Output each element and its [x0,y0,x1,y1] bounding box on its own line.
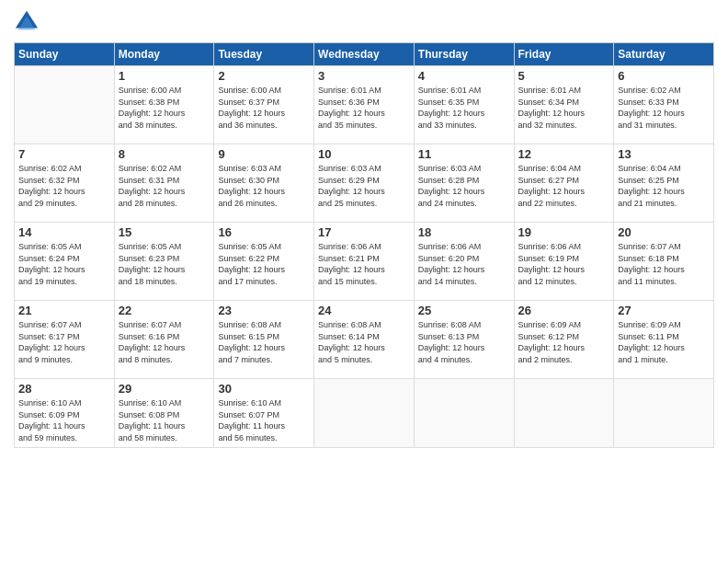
calendar-cell: 16Sunrise: 6:05 AM Sunset: 6:22 PM Dayli… [214,223,314,301]
day-info: Sunrise: 6:02 AM Sunset: 6:31 PM Dayligh… [119,163,210,209]
day-header: Wednesday [314,43,415,66]
calendar-cell [314,379,415,448]
day-number: 9 [218,147,310,161]
day-info: Sunrise: 6:06 AM Sunset: 6:21 PM Dayligh… [318,241,410,287]
day-number: 25 [418,304,510,317]
day-info: Sunrise: 6:02 AM Sunset: 6:32 PM Dayligh… [18,163,110,209]
day-number: 13 [618,147,710,161]
calendar-cell: 3Sunrise: 6:01 AM Sunset: 6:36 PM Daylig… [314,66,415,144]
day-info: Sunrise: 6:04 AM Sunset: 6:25 PM Dayligh… [618,163,710,209]
day-number: 18 [418,225,510,239]
day-header: Tuesday [214,43,314,66]
day-number: 7 [18,147,110,161]
calendar-cell: 24Sunrise: 6:08 AM Sunset: 6:14 PM Dayli… [314,301,415,379]
day-info: Sunrise: 6:01 AM Sunset: 6:35 PM Dayligh… [418,85,510,131]
calendar-cell: 25Sunrise: 6:08 AM Sunset: 6:13 PM Dayli… [414,301,514,379]
day-info: Sunrise: 6:06 AM Sunset: 6:19 PM Dayligh… [518,241,610,287]
calendar-week-row: 28Sunrise: 6:10 AM Sunset: 6:09 PM Dayli… [15,379,714,448]
day-info: Sunrise: 6:10 AM Sunset: 6:07 PM Dayligh… [218,397,310,443]
calendar-cell: 12Sunrise: 6:04 AM Sunset: 6:27 PM Dayli… [514,144,614,223]
day-info: Sunrise: 6:05 AM Sunset: 6:24 PM Dayligh… [18,241,110,287]
logo [14,9,43,35]
day-number: 8 [119,147,210,161]
calendar-cell [614,379,714,448]
calendar-cell: 26Sunrise: 6:09 AM Sunset: 6:12 PM Dayli… [514,301,614,379]
day-number: 21 [18,304,110,317]
calendar-cell: 4Sunrise: 6:01 AM Sunset: 6:35 PM Daylig… [414,66,514,144]
calendar-cell: 17Sunrise: 6:06 AM Sunset: 6:21 PM Dayli… [314,223,415,301]
calendar-cell [514,379,614,448]
day-number: 6 [618,69,710,83]
calendar-cell: 27Sunrise: 6:09 AM Sunset: 6:11 PM Dayli… [614,301,714,379]
calendar-cell: 19Sunrise: 6:06 AM Sunset: 6:19 PM Dayli… [514,223,614,301]
calendar-cell: 22Sunrise: 6:07 AM Sunset: 6:16 PM Dayli… [114,301,214,379]
day-info: Sunrise: 6:05 AM Sunset: 6:23 PM Dayligh… [119,241,210,287]
day-info: Sunrise: 6:01 AM Sunset: 6:34 PM Dayligh… [518,85,610,131]
day-header: Friday [514,43,614,66]
day-number: 11 [418,147,510,161]
day-info: Sunrise: 6:09 AM Sunset: 6:12 PM Dayligh… [518,319,610,365]
day-header: Thursday [414,43,514,66]
calendar-cell: 13Sunrise: 6:04 AM Sunset: 6:25 PM Dayli… [614,144,714,223]
calendar-week-row: 1Sunrise: 6:00 AM Sunset: 6:38 PM Daylig… [15,66,714,144]
day-number: 10 [318,147,410,161]
day-info: Sunrise: 6:00 AM Sunset: 6:37 PM Dayligh… [218,85,310,131]
day-number: 20 [618,225,710,239]
day-number: 29 [119,382,210,396]
calendar-cell [414,379,514,448]
day-info: Sunrise: 6:09 AM Sunset: 6:11 PM Dayligh… [618,319,710,365]
day-number: 3 [318,69,410,83]
logo-icon [14,9,40,35]
day-number: 22 [119,304,210,317]
calendar: SundayMondayTuesdayWednesdayThursdayFrid… [14,42,714,448]
day-info: Sunrise: 6:07 AM Sunset: 6:18 PM Dayligh… [618,241,710,287]
day-info: Sunrise: 6:07 AM Sunset: 6:16 PM Dayligh… [119,319,210,365]
page: SundayMondayTuesdayWednesdayThursdayFrid… [0,0,728,563]
calendar-cell: 15Sunrise: 6:05 AM Sunset: 6:23 PM Dayli… [114,223,214,301]
day-info: Sunrise: 6:08 AM Sunset: 6:14 PM Dayligh… [318,319,410,365]
day-info: Sunrise: 6:01 AM Sunset: 6:36 PM Dayligh… [318,85,410,131]
calendar-cell [15,66,115,144]
day-number: 4 [418,69,510,83]
calendar-cell: 8Sunrise: 6:02 AM Sunset: 6:31 PM Daylig… [114,144,214,223]
calendar-cell: 5Sunrise: 6:01 AM Sunset: 6:34 PM Daylig… [514,66,614,144]
day-number: 14 [18,225,110,239]
day-header: Saturday [614,43,714,66]
calendar-cell: 28Sunrise: 6:10 AM Sunset: 6:09 PM Dayli… [15,379,115,448]
calendar-cell: 20Sunrise: 6:07 AM Sunset: 6:18 PM Dayli… [614,223,714,301]
day-number: 28 [18,382,110,396]
day-number: 26 [518,304,610,317]
day-number: 12 [518,147,610,161]
day-header: Monday [114,43,214,66]
day-number: 19 [518,225,610,239]
day-info: Sunrise: 6:10 AM Sunset: 6:09 PM Dayligh… [18,397,110,443]
calendar-cell: 21Sunrise: 6:07 AM Sunset: 6:17 PM Dayli… [15,301,115,379]
calendar-cell: 18Sunrise: 6:06 AM Sunset: 6:20 PM Dayli… [414,223,514,301]
day-info: Sunrise: 6:04 AM Sunset: 6:27 PM Dayligh… [518,163,610,209]
header [14,9,714,35]
day-info: Sunrise: 6:05 AM Sunset: 6:22 PM Dayligh… [218,241,310,287]
calendar-cell: 23Sunrise: 6:08 AM Sunset: 6:15 PM Dayli… [214,301,314,379]
calendar-cell: 2Sunrise: 6:00 AM Sunset: 6:37 PM Daylig… [214,66,314,144]
day-number: 16 [218,225,310,239]
day-number: 17 [318,225,410,239]
day-info: Sunrise: 6:08 AM Sunset: 6:13 PM Dayligh… [418,319,510,365]
calendar-cell: 6Sunrise: 6:02 AM Sunset: 6:33 PM Daylig… [614,66,714,144]
day-number: 1 [119,69,210,83]
day-number: 27 [618,304,710,317]
calendar-week-row: 7Sunrise: 6:02 AM Sunset: 6:32 PM Daylig… [15,144,714,223]
day-number: 30 [218,382,310,396]
calendar-week-row: 21Sunrise: 6:07 AM Sunset: 6:17 PM Dayli… [15,301,714,379]
day-info: Sunrise: 6:10 AM Sunset: 6:08 PM Dayligh… [119,397,210,443]
calendar-cell: 29Sunrise: 6:10 AM Sunset: 6:08 PM Dayli… [114,379,214,448]
day-info: Sunrise: 6:07 AM Sunset: 6:17 PM Dayligh… [18,319,110,365]
calendar-cell: 30Sunrise: 6:10 AM Sunset: 6:07 PM Dayli… [214,379,314,448]
calendar-header-row: SundayMondayTuesdayWednesdayThursdayFrid… [15,43,714,66]
day-number: 24 [318,304,410,317]
day-info: Sunrise: 6:00 AM Sunset: 6:38 PM Dayligh… [119,85,210,131]
calendar-cell: 1Sunrise: 6:00 AM Sunset: 6:38 PM Daylig… [114,66,214,144]
calendar-week-row: 14Sunrise: 6:05 AM Sunset: 6:24 PM Dayli… [15,223,714,301]
day-info: Sunrise: 6:06 AM Sunset: 6:20 PM Dayligh… [418,241,510,287]
day-number: 15 [119,225,210,239]
day-number: 5 [518,69,610,83]
